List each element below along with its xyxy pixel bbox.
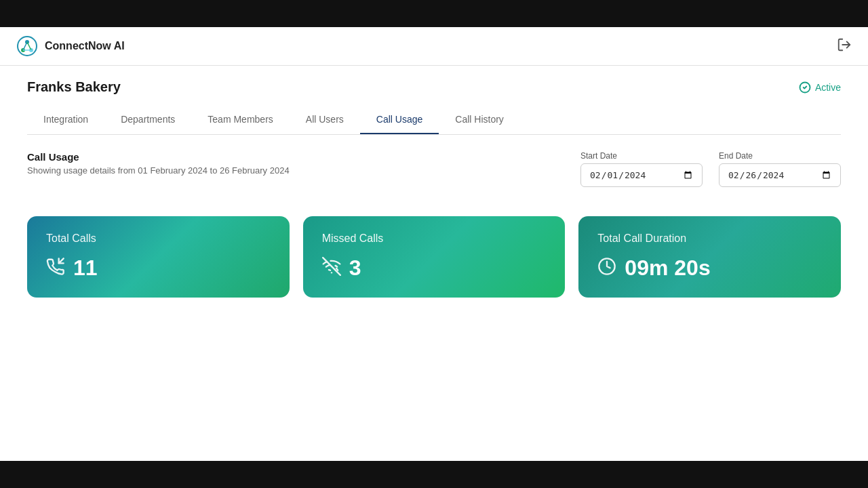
page-content: Franks Bakery Active Integration Departm… <box>0 66 868 311</box>
section-title: Call Usage <box>27 151 580 163</box>
tab-team-members[interactable]: Team Members <box>191 106 289 134</box>
tab-departments[interactable]: Departments <box>104 106 191 134</box>
missed-calls-value: 3 <box>349 256 361 281</box>
app-container: ConnectNow AI Franks Bakery Active <box>0 27 868 461</box>
filters-area: Start Date End Date <box>580 151 841 187</box>
end-date-input[interactable] <box>719 163 841 187</box>
start-date-group: Start Date <box>580 151 703 187</box>
missed-calls-card: Missed Calls <box>303 216 566 298</box>
total-calls-value: 11 <box>73 256 98 281</box>
total-duration-value: 09m 20s <box>625 256 710 281</box>
total-duration-card: Total Call Duration 09m 20s <box>578 216 841 298</box>
missed-calls-value-row: 3 <box>322 256 547 281</box>
tabs-nav: Integration Departments Team Members All… <box>27 106 841 135</box>
phone-incoming-icon <box>46 257 65 280</box>
start-date-input[interactable] <box>580 163 703 187</box>
top-bar <box>0 0 868 27</box>
section-subtitle: Showing usage details from 01 February 2… <box>27 165 580 176</box>
status-label: Active <box>815 82 841 93</box>
app-logo-icon <box>16 35 38 57</box>
tab-integration[interactable]: Integration <box>27 106 104 134</box>
logout-button[interactable] <box>837 37 852 56</box>
end-date-group: End Date <box>719 151 841 187</box>
svg-line-4 <box>23 42 27 50</box>
total-duration-value-row: 09m 20s <box>597 256 822 281</box>
company-name: Franks Bakery <box>27 79 121 95</box>
usage-header-area: Call Usage Showing usage details from 01… <box>27 151 841 189</box>
status-badge: Active <box>799 81 841 94</box>
usage-text: Call Usage Showing usage details from 01… <box>27 151 580 189</box>
svg-line-5 <box>27 42 31 50</box>
tab-call-history[interactable]: Call History <box>439 106 520 134</box>
company-header: Franks Bakery Active <box>27 79 841 95</box>
missed-calls-title: Missed Calls <box>322 232 547 245</box>
total-duration-title: Total Call Duration <box>597 232 822 245</box>
start-date-label: Start Date <box>580 151 703 161</box>
logo-area: ConnectNow AI <box>16 35 125 57</box>
app-header: ConnectNow AI <box>0 27 868 66</box>
active-check-icon <box>799 81 811 94</box>
tab-call-usage[interactable]: Call Usage <box>360 106 439 134</box>
missed-call-icon <box>322 257 341 280</box>
total-calls-card: Total Calls 11 <box>27 216 290 298</box>
clock-icon <box>597 257 616 280</box>
svg-point-0 <box>18 37 37 56</box>
cards-row: Total Calls 11 Missed Calls <box>27 216 841 298</box>
total-calls-title: Total Calls <box>46 232 271 245</box>
app-title: ConnectNow AI <box>45 40 125 52</box>
end-date-label: End Date <box>719 151 841 161</box>
total-calls-value-row: 11 <box>46 256 271 281</box>
tab-all-users[interactable]: All Users <box>290 106 360 134</box>
